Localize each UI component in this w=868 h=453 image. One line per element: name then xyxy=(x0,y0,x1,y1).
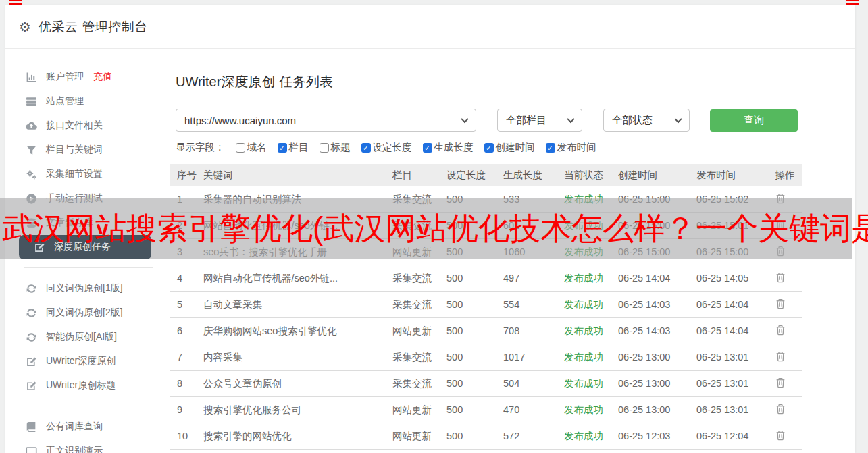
field-checkbox-标题[interactable]: 标题 xyxy=(320,141,351,154)
field-checkbox-栏目[interactable]: ✓栏目 xyxy=(278,141,309,154)
table-row: 5自动文章采集采集交流500554发布成功06-25 14:0306-25 14… xyxy=(170,292,802,318)
page-title: UWriter深度原创 任务列表 xyxy=(176,73,855,91)
cell-set_len: 500 xyxy=(446,378,503,389)
delete-icon[interactable] xyxy=(775,298,786,310)
cell-actions xyxy=(775,298,802,312)
checked-checkbox-icon[interactable]: ✓ xyxy=(546,143,555,153)
sidebar-item-uwriter-title[interactable]: UWriter原创标题 xyxy=(5,373,170,398)
cell-set_len: 500 xyxy=(446,404,503,415)
cell-actions xyxy=(775,350,802,365)
sidebar-item-synonym-v2[interactable]: 同义词伪原创[2版] xyxy=(5,300,170,325)
cell-status: 发布成功 xyxy=(564,351,618,364)
field-checkbox-label: 栏目 xyxy=(289,141,309,154)
table-row: 10搜索引擎的网站优化网站更新500572发布成功06-25 12:0306-2… xyxy=(170,423,802,450)
unchecked-checkbox-icon[interactable] xyxy=(236,143,245,153)
cell-gen_len: 708 xyxy=(503,325,564,336)
sidebar-item-label: 同义词伪原创[2版] xyxy=(46,307,123,319)
field-checkbox-生成长度[interactable]: ✓生成长度 xyxy=(423,141,474,154)
sidebar-item-sites[interactable]: 站点管理 xyxy=(5,89,170,113)
field-checkbox-域名[interactable]: 域名 xyxy=(236,141,267,154)
column-header: 关键词 xyxy=(203,169,392,182)
cell-published: 06-25 13:01 xyxy=(696,352,775,363)
delete-icon[interactable] xyxy=(775,324,786,336)
checked-checkbox-icon[interactable]: ✓ xyxy=(423,143,432,153)
field-checkbox-创建时间[interactable]: ✓创建时间 xyxy=(484,141,535,154)
delete-icon[interactable] xyxy=(775,429,786,442)
delete-icon[interactable] xyxy=(775,271,786,284)
search-button[interactable]: 查询 xyxy=(710,109,798,132)
refresh-icon xyxy=(26,331,37,343)
cell-gen_len: 497 xyxy=(503,273,564,284)
chevron-down-icon xyxy=(461,115,468,123)
refresh-icon xyxy=(26,307,37,319)
gears-icon xyxy=(26,169,37,180)
red-overlay-text: 武汉网站搜索引擎优化(武汉网站优化技术怎么样？一个关键词是多 xyxy=(2,198,868,259)
sidebar-item-label: UWriter原创标题 xyxy=(46,379,116,392)
recharge-link[interactable]: 充值 xyxy=(93,71,112,83)
cell-set_len: 500 xyxy=(446,325,503,336)
display-fields-label: 显示字段： xyxy=(176,141,225,154)
sidebar-item-collect-detail[interactable]: 采集细节设置 xyxy=(5,162,170,186)
cell-column: 网站更新 xyxy=(392,430,446,443)
cell-actions xyxy=(775,377,802,391)
sidebar-item-label: 站点管理 xyxy=(46,95,84,107)
delete-icon[interactable] xyxy=(775,350,786,363)
column-select[interactable]: 全部栏目 xyxy=(497,109,582,132)
sidebar-item-label: 采集细节设置 xyxy=(46,168,103,180)
status-select[interactable]: 全部状态 xyxy=(603,109,690,132)
cell-keyword: 公众号文章伪原创 xyxy=(203,377,392,390)
field-checkbox-label: 设定长度 xyxy=(373,141,412,154)
checked-checkbox-icon[interactable]: ✓ xyxy=(361,143,371,153)
cell-published: 06-25 13:01 xyxy=(696,404,775,415)
column-header: 设定长度 xyxy=(446,169,503,182)
sidebar-item-content-demo[interactable]: 正文识别演示 xyxy=(5,439,170,453)
cell-actions xyxy=(775,271,802,286)
checked-checkbox-icon[interactable]: ✓ xyxy=(278,143,287,153)
sidebar-item-label: 正文识别演示 xyxy=(46,445,103,453)
table-header: 序号关键词栏目设定长度生成长度当前状态创建时间发布时间操作 xyxy=(170,164,802,186)
cell-actions xyxy=(775,403,802,417)
field-checkbox-发布时间[interactable]: ✓发布时间 xyxy=(546,141,596,154)
cell-no: 9 xyxy=(170,404,203,415)
filter-icon xyxy=(26,144,37,156)
app-window: ⚙ 优采云 管理控制台 账户管理充值站点管理接口文件相关栏目与关键词采集细节设置… xyxy=(0,0,868,453)
cell-published: 06-25 14:04 xyxy=(696,325,775,336)
cell-gen_len: 572 xyxy=(503,431,564,442)
cell-gen_len: 1017 xyxy=(503,352,564,363)
chevron-down-icon xyxy=(567,115,574,123)
sidebar-item-interface-file[interactable]: 接口文件相关 xyxy=(5,113,170,138)
checked-checkbox-icon[interactable]: ✓ xyxy=(484,143,494,153)
sidebar-item-label: 账户管理 xyxy=(46,71,84,83)
edit-icon xyxy=(26,380,37,392)
sidebar-item-account[interactable]: 账户管理充值 xyxy=(5,65,170,89)
cell-published: 06-25 12:04 xyxy=(696,431,775,442)
sidebar-item-column-keyword[interactable]: 栏目与关键词 xyxy=(5,138,170,162)
table-row: 6庆华购物网站seo搜索引擎优化网站更新500708发布成功06-25 14:0… xyxy=(170,318,802,344)
cell-no: 6 xyxy=(170,325,203,336)
sidebar-item-uwriter-deep[interactable]: UWriter深度原创 xyxy=(5,349,170,373)
cell-gen_len: 554 xyxy=(503,299,564,310)
cell-status: 发布成功 xyxy=(564,325,618,338)
cell-created: 06-25 13:00 xyxy=(618,404,696,415)
field-checkbox-label: 标题 xyxy=(331,141,351,154)
cell-published: 06-25 14:05 xyxy=(696,273,775,284)
server-icon xyxy=(26,96,37,107)
cell-column: 采集交流 xyxy=(392,377,446,390)
field-checkbox-设定长度[interactable]: ✓设定长度 xyxy=(361,141,412,154)
cell-set_len: 500 xyxy=(446,299,503,310)
app-title: 优采云 管理控制台 xyxy=(39,18,148,36)
sidebar-item-smart-ai[interactable]: 智能伪原创[AI版] xyxy=(5,325,170,349)
field-checkbox-label: 域名 xyxy=(247,141,267,154)
cell-actions xyxy=(775,429,802,444)
sidebar-item-public-lexicon[interactable]: 公有词库查询 xyxy=(5,415,170,439)
filter-controls: https://www.ucaiyun.com 全部栏目 全部状态 查询 xyxy=(176,109,855,132)
cell-keyword: 搜索引擎优化服务公司 xyxy=(203,404,392,417)
cell-status: 发布成功 xyxy=(564,298,618,311)
site-select[interactable]: https://www.ucaiyun.com xyxy=(176,109,476,132)
cell-no: 8 xyxy=(170,378,203,389)
table-row: 4网站自动化宣传机器/seo外链...采集交流500497发布成功06-25 1… xyxy=(170,265,802,292)
sidebar-item-synonym-v1[interactable]: 同义词伪原创[1版] xyxy=(5,276,170,300)
delete-icon[interactable] xyxy=(775,377,786,389)
unchecked-checkbox-icon[interactable] xyxy=(320,143,329,153)
delete-icon[interactable] xyxy=(775,403,786,415)
